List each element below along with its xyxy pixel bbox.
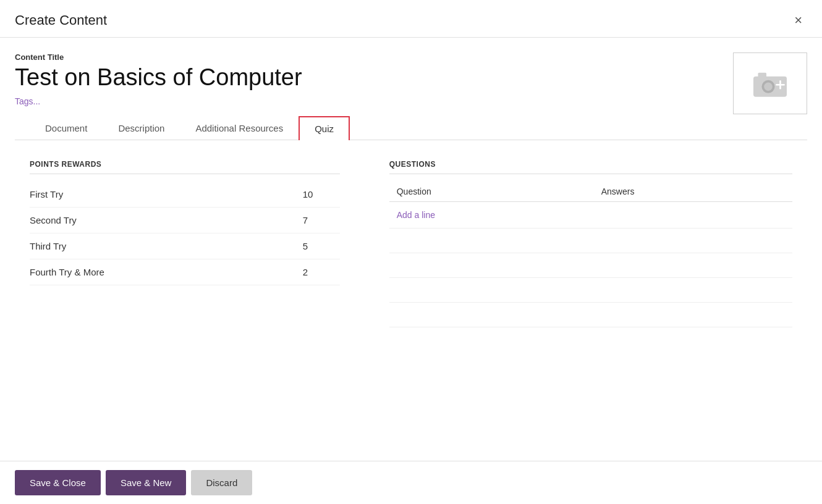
col-answers: Answers	[594, 182, 792, 202]
svg-rect-3	[758, 73, 767, 78]
fourth-try-value: 2	[303, 267, 340, 277]
first-try-label: First Try	[30, 189, 303, 200]
points-row-fourth-try: Fourth Try & More 2	[30, 259, 340, 285]
add-line-link[interactable]: Add a line	[397, 210, 435, 220]
content-area: Content Title Test on Basics of Computer…	[0, 38, 822, 342]
content-title-value: Test on Basics of Computer	[15, 64, 807, 91]
discard-button[interactable]: Discard	[191, 470, 252, 495]
modal-title: Create Content	[15, 12, 107, 28]
save-close-button[interactable]: Save & Close	[15, 470, 101, 495]
empty-row-3	[389, 278, 792, 303]
svg-point-2	[764, 83, 773, 91]
first-try-value: 10	[303, 189, 340, 200]
points-row-third-try: Third Try 5	[30, 233, 340, 259]
points-row-second-try: Second Try 7	[30, 208, 340, 233]
questions-section: QUESTIONS Question Answers Add a line	[365, 160, 792, 327]
camera-plus-icon	[752, 68, 789, 99]
fourth-try-label: Fourth Try & More	[30, 267, 303, 277]
points-rewards-title: POINTS REWARDS	[30, 160, 340, 174]
second-try-value: 7	[303, 215, 340, 225]
points-row-first-try: First Try 10	[30, 182, 340, 208]
col-question: Question	[389, 182, 594, 202]
save-new-button[interactable]: Save & New	[106, 470, 187, 495]
third-try-label: Third Try	[30, 241, 303, 251]
modal-header: Create Content ×	[0, 0, 822, 38]
empty-row-4	[389, 303, 792, 327]
content-title-label: Content Title	[15, 52, 807, 62]
questions-title: QUESTIONS	[389, 160, 792, 174]
close-button[interactable]: ×	[789, 11, 807, 30]
modal-footer: Save & Close Save & New Discard	[0, 461, 822, 504]
third-try-value: 5	[303, 241, 340, 251]
empty-row-2	[389, 253, 792, 278]
empty-row-1	[389, 229, 792, 253]
quiz-content: POINTS REWARDS First Try 10 Second Try 7…	[15, 140, 807, 342]
tabs-bar: Document Description Additional Resource…	[15, 116, 807, 140]
tab-description[interactable]: Description	[103, 116, 180, 140]
tab-additional-resources[interactable]: Additional Resources	[180, 116, 299, 140]
add-line-row: Add a line	[389, 202, 792, 229]
modal-body: Content Title Test on Basics of Computer…	[0, 38, 822, 461]
points-rewards-section: POINTS REWARDS First Try 10 Second Try 7…	[30, 160, 365, 327]
tags-link[interactable]: Tags...	[15, 96, 40, 106]
tab-quiz[interactable]: Quiz	[299, 116, 350, 140]
thumbnail-upload[interactable]	[733, 52, 807, 114]
tab-document[interactable]: Document	[30, 116, 103, 140]
questions-table: Question Answers Add a line	[389, 182, 792, 327]
modal: Create Content ×	[0, 0, 822, 504]
second-try-label: Second Try	[30, 215, 303, 225]
